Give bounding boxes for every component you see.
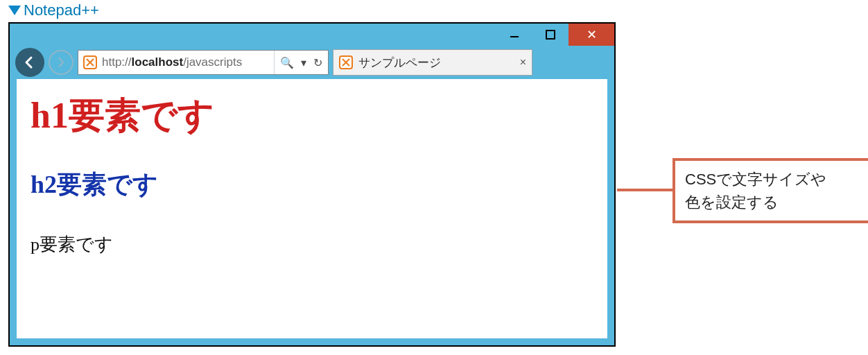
tab-favicon-icon <box>339 55 353 69</box>
sample-p: p要素です <box>31 232 593 257</box>
url-text: http://localhost/javascripts <box>102 55 274 69</box>
callout-line2: 色を設定する <box>685 191 865 214</box>
browser-tab[interactable]: サンプルページ × <box>333 49 532 76</box>
minimize-button[interactable] <box>496 24 532 46</box>
callout-line1: CSSで文字サイズや <box>685 168 865 191</box>
nav-row: http://localhost/javascripts 🔍 ▾ ↻ サンプルペ… <box>10 46 614 79</box>
callout-box: CSSで文字サイズや 色を設定する <box>672 158 868 223</box>
back-button[interactable] <box>15 48 44 77</box>
sample-h1: h1要素です <box>31 92 593 140</box>
forward-button[interactable] <box>49 50 73 75</box>
callout-leader-line <box>617 189 672 191</box>
address-actions: 🔍 ▾ ↻ <box>274 51 328 74</box>
address-bar[interactable]: http://localhost/javascripts 🔍 ▾ ↻ <box>78 50 329 75</box>
browser-window: ✕ http://localhost/javascripts 🔍 ▾ <box>8 22 616 347</box>
tab-title: サンプルページ <box>358 55 514 71</box>
svg-rect-1 <box>546 31 555 39</box>
refresh-icon[interactable]: ↻ <box>313 56 322 69</box>
section-label-text: Notepad++ <box>24 1 99 19</box>
maximize-button[interactable] <box>532 24 568 46</box>
close-icon: ✕ <box>587 27 597 42</box>
triangle-down-icon <box>8 6 21 15</box>
section-label: Notepad++ <box>8 1 99 19</box>
search-icon[interactable]: 🔍 <box>280 56 294 69</box>
close-button[interactable]: ✕ <box>568 24 614 46</box>
dropdown-icon[interactable]: ▾ <box>301 56 306 69</box>
url-host: localhost <box>132 55 184 69</box>
tab-close-icon[interactable]: × <box>520 56 526 69</box>
site-favicon-icon <box>78 55 102 69</box>
page-content: h1要素です h2要素です p要素です <box>17 79 607 338</box>
url-path: /javascripts <box>183 55 242 69</box>
url-scheme: http:// <box>102 55 132 69</box>
sample-h2: h2要素です <box>31 168 593 202</box>
titlebar: ✕ <box>10 24 614 46</box>
